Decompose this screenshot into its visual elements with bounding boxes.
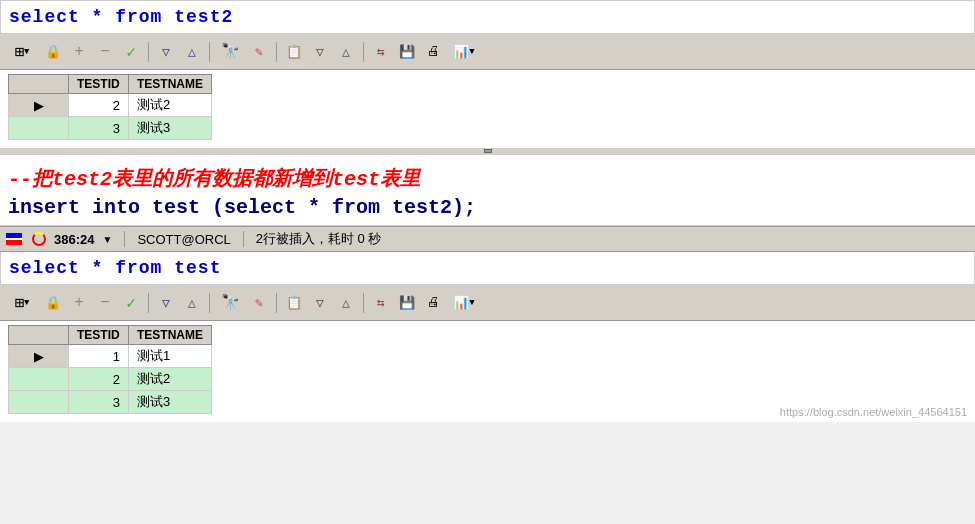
print-button-2[interactable]: 🖨 [422,292,444,314]
status-dropdown-arrow[interactable]: ▼ [102,234,112,245]
connect-button-1[interactable]: ⇆ [370,41,392,63]
table1-cell-1-1[interactable]: 测试3 [129,117,212,140]
table2-col-testid: TESTID [69,326,129,345]
table1-cell-0-0[interactable]: 2 [69,94,129,117]
plus-icon-2: + [74,294,84,312]
sort-down-icon-2: ▽ [162,295,170,311]
sort-down-button-2[interactable]: ▽ [155,292,177,314]
chart-button-1[interactable]: 📊 ▼ [448,41,480,63]
eraser-button-2[interactable]: ✎ [248,292,270,314]
plus-icon: + [74,43,84,61]
table2-row-2[interactable]: 3测试3 [9,391,212,414]
grid-button-1[interactable]: ⊞ ▼ [6,41,38,63]
plus-button-1[interactable]: + [68,41,90,63]
table2-cell-1-0[interactable]: 2 [69,368,129,391]
minus-icon-2: − [100,294,110,312]
save-button-2[interactable]: 💾 [396,292,418,314]
table-1: TESTID TESTNAME ▶2测试23测试3 [8,74,212,140]
minus-button-1[interactable]: − [94,41,116,63]
search-button-1[interactable]: 🔭 [216,41,244,63]
nav-down-button-1[interactable]: ▽ [309,41,331,63]
cursor-position: 386:24 [54,232,94,247]
toolbar-2: ⊞ ▼ 🔒 + − ✓ ▽ △ 🔭 ✎ 📋 [0,285,975,321]
status-message: 2行被插入，耗时 0 秒 [256,230,382,248]
check-button-1[interactable]: ✓ [120,41,142,63]
table2-cell-2-1[interactable]: 测试3 [129,391,212,414]
bottom-query-bar: select * from test [0,252,975,285]
copy-button-1[interactable]: 📋 [283,41,305,63]
table1-wrapper: TESTID TESTNAME ▶2测试23测试3 [0,70,975,148]
eraser-icon-2: ✎ [255,295,263,311]
check-button-2[interactable]: ✓ [120,292,142,314]
print-icon-2: 🖨 [427,295,440,310]
table1-row-1[interactable]: 3测试3 [9,117,212,140]
copy-button-2[interactable]: 📋 [283,292,305,314]
chart-icon-2: 📊 [453,295,469,311]
table2-row-indicator-0: ▶ [9,345,69,368]
connection-info: SCOTT@ORCL [137,232,230,247]
nav-down-icon: ▽ [316,44,324,60]
status-sep-2 [243,231,244,247]
spinner-icon [32,232,46,246]
eraser-icon: ✎ [255,44,263,60]
top-query-text: select * from test2 [9,7,233,27]
connect-button-2[interactable]: ⇆ [370,292,392,314]
table1-cell-0-1[interactable]: 测试2 [129,94,212,117]
check-icon: ✓ [126,42,136,62]
minus-button-2[interactable]: − [94,292,116,314]
table2-row-0[interactable]: ▶1测试1 [9,345,212,368]
check-icon-2: ✓ [126,293,136,313]
status-bar: 386:24 ▼ SCOTT@ORCL 2行被插入，耗时 0 秒 [0,226,975,252]
sep-4 [363,42,364,62]
flag-icon [6,233,22,245]
sort-down-icon: ▽ [162,44,170,60]
eraser-button-1[interactable]: ✎ [248,41,270,63]
sep-5 [148,293,149,313]
table2-cell-0-0[interactable]: 1 [69,345,129,368]
save-button-1[interactable]: 💾 [396,41,418,63]
sort-up-button-1[interactable]: △ [181,41,203,63]
save-icon: 💾 [399,44,415,60]
nav-up-button-1[interactable]: △ [335,41,357,63]
table1-row-indicator-1 [9,117,69,140]
watermark: https://blog.csdn.net/weixin_44564151 [780,406,967,418]
sort-up-button-2[interactable]: △ [181,292,203,314]
top-query-bar: select * from test2 [0,0,975,34]
table2-cell-1-1[interactable]: 测试2 [129,368,212,391]
table1-row-indicator-0: ▶ [9,94,69,117]
table2-row-1[interactable]: 2测试2 [9,368,212,391]
plus-button-2[interactable]: + [68,292,90,314]
chart-button-2[interactable]: 📊 ▼ [448,292,480,314]
minus-icon: − [100,43,110,61]
table2-cell-2-0[interactable]: 3 [69,391,129,414]
insert-text: insert into test (select * from test2); [8,196,967,219]
table-2: TESTID TESTNAME ▶1测试12测试23测试3 [8,325,212,414]
sort-up-icon: △ [188,44,196,60]
copy-icon-2: 📋 [286,295,302,311]
lock-icon-2: 🔒 [45,295,61,311]
grid-icon: ⊞ [14,42,24,62]
print-button-1[interactable]: 🖨 [422,41,444,63]
table2-row-indicator-2 [9,391,69,414]
table2-cell-0-1[interactable]: 测试1 [129,345,212,368]
bottom-query-text: select * from test [9,258,221,278]
sep-6 [209,293,210,313]
binoculars-icon: 🔭 [221,42,240,61]
divider-handle-1 [484,149,492,153]
chart-icon: 📊 [453,44,469,60]
grid-button-2[interactable]: ⊞ ▼ [6,292,38,314]
table1-cell-1-0[interactable]: 3 [69,117,129,140]
nav-up-button-2[interactable]: △ [335,292,357,314]
nav-down-button-2[interactable]: ▽ [309,292,331,314]
table1-row-0[interactable]: ▶2测试2 [9,94,212,117]
sort-up-icon-2: △ [188,295,196,311]
sort-down-button-1[interactable]: ▽ [155,41,177,63]
lock-button-2[interactable]: 🔒 [42,292,64,314]
table1-col-testid: TESTID [69,75,129,94]
search-button-2[interactable]: 🔭 [216,292,244,314]
grid-dropdown-arrow: ▼ [24,47,29,57]
nav-up-icon: △ [342,44,350,60]
lock-button-1[interactable]: 🔒 [42,41,64,63]
connect-icon-2: ⇆ [377,295,385,311]
chart-dropdown-arrow: ▼ [469,47,474,57]
